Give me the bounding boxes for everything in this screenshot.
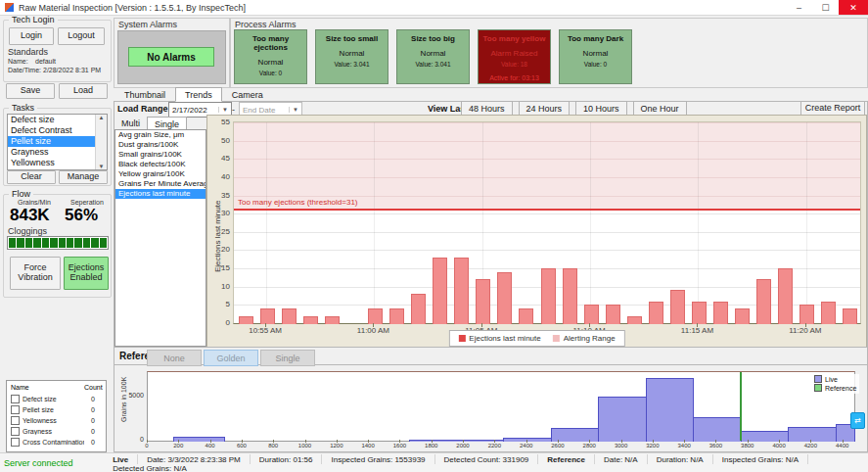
task-item[interactable]: Defect Contrast <box>8 125 107 136</box>
row-name: Cross Contamination <box>23 439 84 446</box>
series-item[interactable]: Black defects/100K <box>115 160 206 169</box>
gridline <box>806 122 807 323</box>
task-item[interactable]: Yellowness <box>8 158 107 168</box>
chart-bar <box>476 279 490 324</box>
alarm-value: Value: 3.041 <box>397 61 469 68</box>
reference-golden-button[interactable]: Golden <box>204 350 258 366</box>
logout-button[interactable]: Logout <box>58 27 105 45</box>
chart-bar <box>325 316 340 324</box>
manage-button[interactable]: Manage <box>59 170 108 184</box>
series-listbox[interactable]: Avg grain Size, μmDust grains/100KSmall … <box>114 129 206 347</box>
chart-bar <box>713 302 728 324</box>
alarm-name: Size too big <box>397 34 469 43</box>
x-tick-mark <box>481 323 482 327</box>
chart-bar <box>756 279 771 324</box>
load-button[interactable]: Load <box>59 83 108 99</box>
series-item[interactable]: Dust grains/100K <box>115 140 206 150</box>
close-button[interactable]: ✕ <box>839 0 868 15</box>
gridline <box>234 141 860 142</box>
row-count: 0 <box>84 417 102 424</box>
hist-plot-area[interactable] <box>147 371 855 442</box>
cloggings-label: Cloggings <box>8 226 47 236</box>
x-tick-mark <box>432 440 433 443</box>
row-count: 0 <box>84 428 102 435</box>
chevron-down-icon[interactable]: ▼ <box>218 107 231 113</box>
alarm-value: Value: 0 <box>235 70 306 76</box>
system-alarms-caption: System Alarms <box>118 20 177 29</box>
y-tick-label: 0 <box>122 436 144 443</box>
reference-single-button[interactable]: Single <box>260 350 315 366</box>
tech-login-caption: Tech Login <box>9 15 58 24</box>
alarm-name: Too many yellow <box>479 34 550 43</box>
task-item[interactable]: Pellet size <box>8 136 107 147</box>
alarm-value: Value: 3.041 <box>316 61 388 68</box>
series-tab-multi[interactable]: Multi <box>114 117 147 129</box>
divider <box>594 454 595 464</box>
y-tick-label: 55 <box>212 118 230 126</box>
x-tick-mark <box>653 440 654 443</box>
separation-value: 56% <box>65 206 98 225</box>
reference-none-button[interactable]: None <box>147 350 202 366</box>
series-item[interactable]: Avg grain Size, μm <box>115 130 206 140</box>
alarm-state: Alarm Raised <box>479 49 550 58</box>
save-button[interactable]: Save <box>6 83 55 99</box>
tab-thumbnail[interactable]: Thumbnail <box>114 87 175 102</box>
end-date-value: End Date <box>243 106 275 115</box>
x-tick-label: 4400 <box>831 443 854 448</box>
table-row: Defect size0 <box>7 394 106 404</box>
clear-button[interactable]: Clear <box>7 170 56 184</box>
maximize-button[interactable]: ☐ <box>812 0 839 15</box>
scroll-control-icon[interactable]: ⇄ <box>850 412 865 429</box>
x-tick-mark <box>242 440 243 443</box>
x-tick-label: 1000 <box>294 443 317 448</box>
force-vibration-button[interactable]: Force Vibration <box>10 257 61 290</box>
task-item[interactable]: Grayness <box>8 147 107 158</box>
y-tick-label: 15 <box>212 263 230 272</box>
series-item[interactable]: Yellow grains/100K <box>115 169 206 179</box>
login-button[interactable]: Login <box>9 27 54 45</box>
tab-trends[interactable]: Trends <box>175 87 222 102</box>
divider <box>434 454 435 464</box>
process-alarm-tile: Size too bigNormalValue: 3.041 <box>396 29 470 84</box>
row-name: Defect size <box>23 396 84 402</box>
x-tick-label: 11:20 AM <box>781 326 830 335</box>
scroll-up-icon[interactable]: ▲ <box>99 115 105 120</box>
alarm-state: Normal <box>397 49 469 58</box>
ejections-enabled-button[interactable]: Ejections Enabled <box>64 257 109 290</box>
x-tick-mark <box>463 440 464 443</box>
y-tick-label: 5000 <box>122 392 144 399</box>
row-checkbox[interactable] <box>11 427 20 436</box>
series-item[interactable]: Grains Per Minute Average <box>115 179 206 189</box>
x-tick-mark <box>305 440 306 443</box>
x-tick-label: 2400 <box>515 443 538 448</box>
row-checkbox[interactable] <box>11 438 20 447</box>
tasks-scrollbar[interactable]: ▲▼ <box>95 115 107 169</box>
row-name: Yellowness <box>23 417 84 424</box>
row-checkbox[interactable] <box>11 395 20 403</box>
trend-plot-area[interactable]: Too many ejections (threshold=31) <box>233 121 861 324</box>
chart-bar <box>411 294 426 324</box>
standards-date-label: Date/Time: <box>8 67 41 73</box>
x-tick-mark <box>147 440 148 443</box>
table-row: Cross Contamination0 <box>7 437 106 448</box>
series-item[interactable]: Small grains/100K <box>115 150 206 160</box>
chart-bar <box>735 308 750 324</box>
chart-bar <box>368 308 383 324</box>
tasks-listbox[interactable]: Defect sizeDefect ContrastPellet sizeGra… <box>7 114 108 170</box>
series-item[interactable]: Ejections last minute <box>115 189 206 199</box>
scroll-down-icon[interactable]: ▼ <box>99 164 105 169</box>
divider <box>137 454 138 464</box>
row-checkbox[interactable] <box>11 416 20 425</box>
x-tick-label: 1800 <box>420 443 443 448</box>
x-tick-mark <box>399 440 400 443</box>
status-bar: Server connected LiveDate: 3/3/2022 8:23… <box>0 452 868 472</box>
task-item[interactable]: Defect size <box>8 115 107 125</box>
chevron-down-icon[interactable]: ▼ <box>289 107 301 113</box>
row-checkbox[interactable] <box>11 405 20 414</box>
x-tick-label: 2000 <box>451 443 475 448</box>
status-item: Duration: 01:56 <box>259 455 313 464</box>
x-tick-label: 2600 <box>546 443 570 448</box>
x-tick-mark <box>526 440 527 443</box>
minimize-button[interactable]: – <box>786 0 812 15</box>
tab-camera[interactable]: Camera <box>222 87 273 102</box>
